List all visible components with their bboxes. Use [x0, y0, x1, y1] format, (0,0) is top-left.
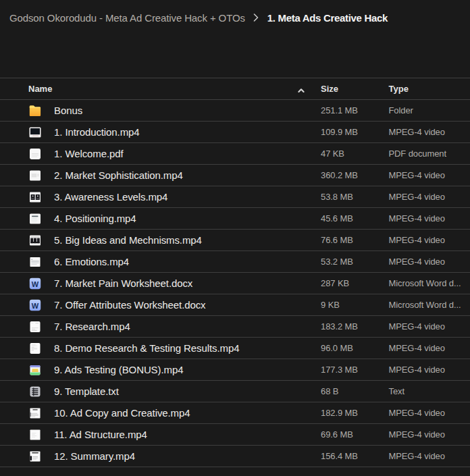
svg-text:W: W: [32, 280, 39, 288]
svg-text:W: W: [32, 302, 39, 310]
